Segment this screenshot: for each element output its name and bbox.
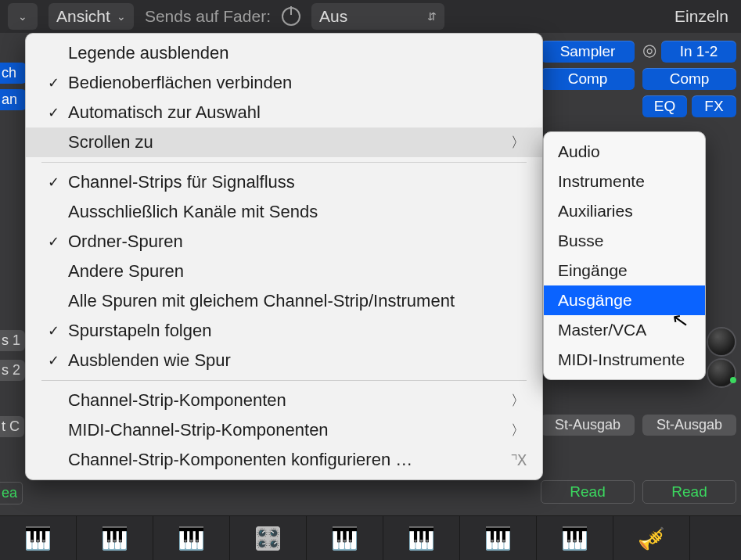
view-menu: Legende ausblenden ✓ Bedienoberflächen v…: [25, 33, 543, 480]
menu-item-label: Andere Spuren: [63, 261, 525, 282]
sends-value-dropdown[interactable]: Aus ⇵: [311, 3, 444, 30]
track-icon[interactable]: 🎹: [460, 516, 537, 560]
menu-item-folder-tracks[interactable]: ✓ Ordner-Spuren: [26, 227, 542, 257]
left-bus-chip[interactable]: s 1: [0, 330, 25, 351]
shortcut-hint-icon: ⌝X: [509, 451, 525, 469]
output-slot[interactable]: St-Ausgab: [541, 415, 635, 436]
menu-item-label: Channel-Strip-Komponenten konfigurieren …: [63, 450, 509, 470]
left-chip[interactable]: an: [0, 89, 27, 110]
stereo-icon: ◎: [642, 41, 656, 63]
plugin-slot[interactable]: Comp: [642, 68, 736, 90]
menu-item-label: Channel-Strip-Komponenten: [63, 390, 511, 411]
menu-item-link-surfaces[interactable]: ✓ Bedienoberflächen verbinden: [26, 68, 542, 98]
chevron-right-icon: 〉: [511, 421, 525, 440]
submenu-item-aux[interactable]: Auxiliaries: [544, 196, 705, 226]
track-icon[interactable]: 🎹: [307, 516, 383, 560]
track-icon[interactable]: 🎹: [537, 516, 613, 560]
left-output-chip[interactable]: t C: [0, 416, 24, 437]
menu-item-hide-legend[interactable]: Legende ausblenden: [26, 38, 542, 68]
send-knobs: [708, 328, 735, 386]
menu-item-label: Bedienoberflächen verbinden: [63, 73, 525, 93]
menu-item-label: Ausblenden wie Spur: [63, 350, 525, 371]
toolbar-left-dropdown[interactable]: ⌄: [8, 3, 38, 30]
menu-item-midi-strip-components[interactable]: MIDI-Channel-Strip-Komponenten 〉: [26, 415, 542, 445]
right-channel-strips: Sampler Comp ◎ In 1-2 Comp EQ FX: [541, 33, 736, 117]
send-knob[interactable]: [708, 328, 735, 355]
menu-item-follow-stacks[interactable]: ✓ Spurstapeln folgen: [26, 316, 542, 346]
scroll-to-submenu: Audio Instrumente Auxiliaries Busse Eing…: [543, 131, 706, 380]
check-icon: ✓: [43, 233, 63, 250]
automation-read[interactable]: Read: [642, 480, 736, 504]
menu-item-label: MIDI-Channel-Strip-Komponenten: [63, 420, 511, 440]
track-icon[interactable]: 🎹: [0, 516, 77, 560]
view-label: Ansicht: [56, 7, 110, 26]
chevron-down-icon: ⌄: [117, 10, 126, 23]
submenu-item-midi-instruments[interactable]: MIDI-Instrumente: [544, 345, 705, 375]
io-slot[interactable]: In 1-2: [661, 41, 736, 63]
updown-icon: ⇵: [427, 10, 437, 23]
chevron-down-icon: ⌄: [18, 10, 27, 23]
output-slot[interactable]: St-Ausgab: [642, 415, 736, 436]
plugin-slot[interactable]: Comp: [541, 68, 635, 90]
track-icon[interactable]: 🎹: [383, 516, 460, 560]
left-bus-chip[interactable]: s 2: [0, 360, 25, 381]
menu-item-auto-select[interactable]: ✓ Automatisch zur Auswahl: [26, 98, 542, 127]
menu-item-hide-like-track[interactable]: ✓ Ausblenden wie Spur: [26, 346, 542, 375]
submenu-item-audio[interactable]: Audio: [544, 137, 705, 167]
menu-item-label: Spurstapeln folgen: [63, 321, 525, 341]
view-dropdown[interactable]: Ansicht ⌄: [49, 3, 134, 30]
menu-item-label: Ausschließlich Kanäle mit Sends: [63, 202, 525, 222]
submenu-item-inputs[interactable]: Eingänge: [544, 256, 705, 285]
check-icon: ✓: [43, 74, 63, 92]
fx-slot[interactable]: FX: [692, 95, 736, 117]
toolbar-right-label[interactable]: Einzeln: [674, 7, 733, 26]
check-icon: ✓: [43, 104, 63, 121]
submenu-item-outputs[interactable]: Ausgänge: [544, 285, 705, 315]
track-icon[interactable]: 🎹: [77, 516, 153, 560]
chevron-right-icon: 〉: [511, 391, 525, 410]
submenu-item-busses[interactable]: Busse: [544, 226, 705, 256]
menu-item-scroll-to[interactable]: Scrollen zu 〉: [26, 127, 542, 157]
track-icon[interactable]: 🎺: [613, 516, 690, 560]
menu-item-sends-only[interactable]: Ausschließlich Kanäle mit Sends: [26, 197, 542, 227]
menu-item-strip-components[interactable]: Channel-Strip-Komponenten 〉: [26, 386, 542, 415]
menu-item-label: Alle Spuren mit gleichem Channel-Strip/I…: [63, 291, 525, 311]
menu-item-other-tracks[interactable]: Andere Spuren: [26, 257, 542, 286]
menu-item-label: Scrollen zu: [63, 132, 511, 153]
left-edge-strip: ch an: [0, 63, 27, 116]
power-icon[interactable]: [282, 7, 300, 26]
check-icon: ✓: [43, 322, 63, 339]
sends-value: Aus: [319, 7, 347, 26]
left-chip[interactable]: ch: [0, 63, 27, 84]
submenu-item-master-vca[interactable]: Master/VCA: [544, 315, 705, 345]
menu-item-label: Automatisch zur Auswahl: [63, 102, 525, 123]
send-knob[interactable]: [708, 360, 735, 386]
submenu-item-instruments[interactable]: Instrumente: [544, 167, 705, 196]
menu-item-label: Ordner-Spuren: [63, 232, 525, 252]
chevron-right-icon: 〉: [511, 133, 525, 152]
menu-item-label: Channel-Strips für Signalfluss: [63, 172, 525, 192]
menu-item-configure-components[interactable]: Channel-Strip-Komponenten konfigurieren …: [26, 445, 542, 475]
automation-read[interactable]: Read: [541, 480, 635, 504]
left-read-chip[interactable]: ea: [0, 482, 23, 504]
menu-item-signal-flow[interactable]: ✓ Channel-Strips für Signalfluss: [26, 167, 542, 197]
instrument-icon-row: 🎹 🎹 🎹 🎛️ 🎹 🎹 🎹 🎹 🎺: [0, 515, 741, 560]
menu-separator: [41, 162, 527, 163]
eq-slot[interactable]: EQ: [642, 95, 687, 117]
mixer-toolbar: ⌄ Ansicht ⌄ Sends auf Fader: Aus ⇵ Einze…: [0, 0, 741, 34]
check-icon: ✓: [43, 174, 63, 191]
sends-on-fader-label: Sends auf Fader:: [145, 7, 271, 26]
track-icon[interactable]: 🎹: [153, 516, 230, 560]
check-icon: ✓: [43, 352, 63, 369]
track-icon[interactable]: 🎛️: [230, 516, 307, 560]
menu-item-label: Legende ausblenden: [63, 43, 525, 63]
menu-separator: [41, 380, 527, 381]
menu-item-same-strip[interactable]: Alle Spuren mit gleichem Channel-Strip/I…: [26, 286, 542, 316]
instrument-slot[interactable]: Sampler: [541, 41, 635, 63]
